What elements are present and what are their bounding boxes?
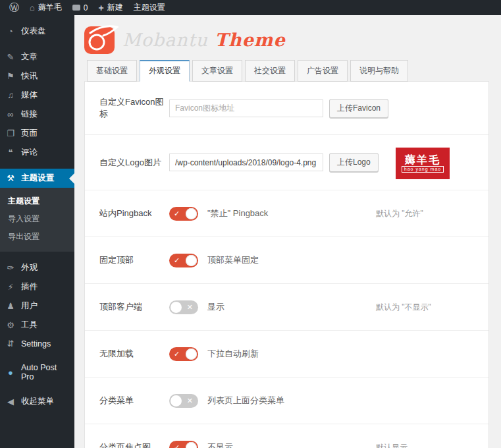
sidebar-item-auto-post-pro[interactable]: ●Auto Post Pro	[0, 359, 74, 385]
category-menu-label: 分类菜单	[99, 395, 169, 406]
infinite-scroll-label: 无限加载	[99, 348, 169, 360]
row-fixed-header: 固定顶部✓顶部菜单固定	[85, 237, 488, 284]
sidebar-item-pages[interactable]: ❐页面	[0, 124, 74, 143]
new-content-label: 新建	[107, 2, 123, 13]
toggle-knob	[186, 442, 197, 448]
category-menu-toggle[interactable]: ✕	[169, 394, 198, 408]
sidebar-item-label: 主题设置	[21, 173, 54, 184]
toggle-knob	[171, 302, 182, 313]
toggle-rows: 站内Pingback✓"禁止" Pingback默认为 "允许"固定顶部✓顶部菜…	[85, 190, 488, 448]
submenu-item-export-settings[interactable]: 导出设置	[0, 228, 74, 246]
sidebar-item-label: 工具	[21, 320, 38, 331]
sidebar-item-theme-settings[interactable]: ⚒主题设置	[0, 169, 74, 188]
tab-posts[interactable]: 文章设置	[192, 60, 242, 82]
pingback-toggle[interactable]: ✓	[169, 207, 198, 221]
sidebar-item-label: 外观	[21, 262, 38, 273]
toggle-knob	[171, 395, 182, 406]
gauge-icon: ◔	[5, 26, 16, 36]
check-icon: ✓	[174, 256, 180, 265]
sidebar-item-posts[interactable]: ✎文章	[0, 47, 74, 67]
tab-basic[interactable]: 基础设置	[87, 60, 137, 82]
sidebar-item-label: 文章	[21, 51, 38, 63]
sidebar-item-links[interactable]: ∞链接	[0, 105, 74, 124]
comments-link[interactable]: 0	[67, 0, 93, 15]
sidebar-item-label: Settings	[21, 339, 51, 349]
sidebar-item-label: 收起菜单	[21, 396, 54, 407]
sidebar-item-collapse-menu[interactable]: ◀收起菜单	[0, 392, 74, 411]
category-focus-image-toggle[interactable]: ✓	[169, 441, 198, 448]
adminbar-theme-settings-link[interactable]: 主题设置	[128, 0, 171, 15]
fixed-header-description: 顶部菜单固定	[207, 254, 259, 266]
admin-bar: Ⓦ ⌂ 薅羊毛 0 + 新建 主题设置	[0, 0, 501, 15]
category-focus-image-default-note: 默认显示	[376, 442, 408, 448]
flag-icon: ⚑	[5, 71, 16, 81]
upload-logo-button[interactable]: 上传Logo	[329, 153, 379, 172]
tab-help[interactable]: 说明与帮助	[350, 60, 408, 82]
pingback-default-note: 默认为 "允许"	[376, 208, 423, 219]
sidebar-item-tools[interactable]: ⚙工具	[0, 316, 74, 335]
row-category-focus-image: 分类页焦点图✓不显示默认显示	[85, 424, 488, 448]
infinite-scroll-description: 下拉自动刷新	[207, 348, 259, 360]
logo-preview-subtitle: hao yang mao	[402, 166, 444, 173]
brand-text-mobantu: Mobantu	[122, 30, 208, 50]
toggle-knob	[186, 208, 197, 219]
sidebar-item-label: 媒体	[21, 90, 38, 101]
tab-ads[interactable]: 广告设置	[298, 60, 348, 82]
tab-social[interactable]: 社交设置	[245, 60, 295, 82]
sidebar-item-users[interactable]: ♟用户	[0, 296, 74, 316]
infinite-scroll-toggle[interactable]: ✓	[169, 347, 198, 361]
category-focus-image-label: 分类页焦点图	[99, 441, 169, 448]
row-infinite-scroll: 无限加载✓下拉自动刷新	[85, 331, 488, 378]
wordpress-logo-icon: Ⓦ	[9, 1, 19, 14]
logo-field-label: 自定义Logo图片	[99, 157, 169, 169]
favicon-url-input[interactable]	[169, 99, 323, 117]
toggle-knob	[186, 255, 197, 266]
sidebar-item-plugins[interactable]: ⚡插件	[0, 277, 74, 296]
check-icon: ✓	[174, 350, 180, 358]
sidebar-item-label: Auto Post Pro	[21, 363, 69, 381]
sidebar-item-bulletin[interactable]: ⚑快讯	[0, 67, 74, 86]
submenu-item-import-settings[interactable]: 导入设置	[0, 210, 74, 228]
header-client-default-note: 默认为 "不显示"	[376, 302, 431, 313]
row-category-menu: 分类菜单✕列表页上面分类菜单	[85, 378, 488, 424]
toggle-knob	[186, 349, 197, 360]
row-pingback: 站内Pingback✓"禁止" Pingback默认为 "允许"	[85, 190, 488, 237]
sidebar-item-label: 快讯	[21, 70, 38, 82]
home-icon: ⌂	[30, 3, 35, 13]
header-client-toggle[interactable]: ✕	[169, 300, 198, 314]
row-header-client: 顶部客户端✕显示默认为 "不显示"	[85, 284, 488, 331]
sidebar-item-label: 用户	[21, 300, 38, 312]
collapse-icon: ◀	[5, 397, 16, 406]
fixed-header-toggle[interactable]: ✓	[169, 254, 198, 267]
logo-preview-title: 薅羊毛	[405, 154, 440, 166]
logo-url-input[interactable]	[169, 154, 323, 171]
tab-appearance[interactable]: 外观设置	[140, 60, 190, 82]
settings-panel: 自定义Favicon图标 上传Favicon 自定义Logo图片 上传Logo …	[84, 81, 489, 448]
pingback-description: "禁止" Pingback	[207, 208, 268, 219]
header-client-label: 顶部客户端	[99, 301, 169, 313]
upload-favicon-button[interactable]: 上传Favicon	[329, 99, 388, 118]
sidebar-item-label: 评论	[21, 147, 38, 158]
autopost-icon: ●	[5, 368, 16, 378]
theme-brand: Mobantu Theme	[84, 22, 489, 57]
sidebar-item-label: 链接	[21, 109, 38, 120]
submenu-item-theme-settings[interactable]: 主题设置	[0, 192, 74, 210]
wordpress-menu[interactable]: Ⓦ	[4, 0, 24, 15]
sidebar-item-label: 仪表盘	[21, 26, 46, 37]
sidebar-item-comments[interactable]: ❝评论	[0, 143, 74, 162]
sidebar-item-dashboard[interactable]: ◔仪表盘	[0, 22, 74, 41]
site-link[interactable]: ⌂ 薅羊毛	[24, 0, 67, 15]
check-icon: ✓	[174, 210, 180, 218]
sidebar-item-appearance[interactable]: ✑外观	[0, 258, 74, 277]
settings-tabs: 基础设置外观设置文章设置社交设置广告设置说明与帮助	[84, 60, 489, 82]
sidebar-item-media[interactable]: ♫媒体	[0, 86, 74, 105]
new-content-link[interactable]: + 新建	[93, 0, 128, 15]
comment-icon: ❝	[5, 148, 16, 157]
sidebar-item-settings[interactable]: ⇵Settings	[0, 335, 74, 352]
comment-bubble-icon	[72, 5, 80, 11]
comment-count: 0	[84, 3, 88, 13]
mobantu-logo-icon	[84, 22, 119, 57]
pages-icon: ❐	[5, 128, 16, 138]
media-icon: ♫	[5, 90, 16, 100]
user-icon: ♟	[5, 301, 16, 311]
